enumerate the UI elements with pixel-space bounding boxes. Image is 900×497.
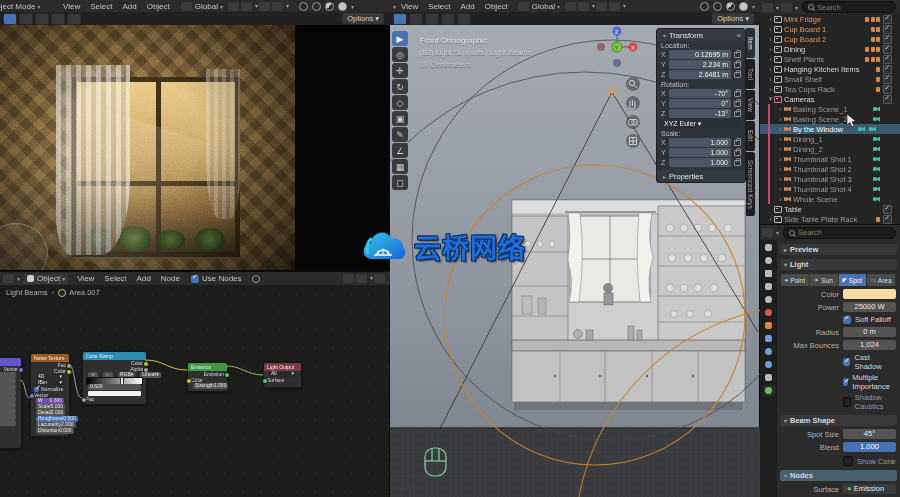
header-icon[interactable] (356, 274, 367, 283)
outliner-item-label[interactable]: Shelf Plants (784, 55, 824, 64)
outliner-item-label[interactable]: Thumbnail Shot 3 (793, 175, 852, 184)
transform-value-field[interactable]: 2.6481 m (669, 70, 731, 79)
outliner-row[interactable]: ▾Cameras (760, 94, 900, 104)
outliner-item-label[interactable]: Cup Board 2 (784, 35, 826, 44)
camera-data-icon[interactable] (873, 197, 880, 202)
sidebar-tab-tool[interactable]: Tool (746, 59, 755, 89)
header-icon[interactable] (609, 2, 620, 11)
orientation-dropdown[interactable]: Global (195, 2, 218, 11)
menu-add[interactable]: Add (455, 2, 479, 11)
properties-tab-constraints[interactable] (763, 372, 775, 383)
menu-select[interactable]: Select (423, 2, 455, 11)
disclosure-arrow[interactable]: › (767, 26, 774, 33)
sidebar-tab-screencast-keys[interactable]: Screencast Keys (746, 152, 755, 216)
blend-slider[interactable]: 1.000 (843, 442, 896, 452)
disclosure-arrow[interactable]: › (777, 176, 784, 183)
camera-data-icon[interactable] (873, 117, 880, 122)
camera-data-icon[interactable] (873, 147, 880, 152)
selectmode-set-icon[interactable] (393, 13, 407, 25)
header-icon[interactable] (241, 2, 252, 11)
outliner-item-label[interactable]: By the Window (793, 125, 843, 134)
tool-add-cube[interactable]: ▦ (392, 159, 408, 174)
camera-data-icon[interactable] (873, 177, 880, 182)
sidebar-tab-edit[interactable]: Edit (746, 121, 755, 151)
disclosure-arrow[interactable]: › (777, 146, 784, 153)
multiple-importance-checkbox[interactable] (843, 378, 848, 386)
collection-checkbox[interactable] (883, 75, 892, 84)
header-icon[interactable] (272, 2, 283, 11)
disclosure-arrow[interactable]: › (777, 186, 784, 193)
transform-value-field[interactable]: 2.234 m (669, 60, 731, 69)
tool-annotate[interactable]: ✎ (392, 127, 408, 142)
outliner-row[interactable]: ›Cup Board 1 (760, 24, 900, 34)
transform-value-field[interactable]: 1.000 (669, 138, 731, 147)
outliner-display-mode-icon[interactable] (762, 3, 773, 12)
outliner-row[interactable]: ›Dining_2 (760, 144, 900, 154)
outliner-item-label[interactable]: Thumbnail Shot 2 (793, 165, 852, 174)
beam-shape-panel-header[interactable]: ▾Beam Shape (780, 415, 897, 426)
header-icon[interactable] (343, 274, 354, 283)
transform-value-field[interactable]: -70° (669, 89, 731, 98)
collection-checkbox[interactable] (883, 15, 892, 24)
pin-icon[interactable] (252, 275, 260, 283)
selectmode-set-icon[interactable] (3, 13, 17, 25)
nodes-panel-header[interactable]: ▾Nodes (780, 470, 897, 481)
tool-measure[interactable]: ∠ (392, 143, 408, 158)
menu-select[interactable]: Select (99, 274, 131, 283)
outliner-row[interactable]: ›Mini Fridge (760, 14, 900, 24)
outliner-row[interactable]: ›Thumbnail Shot 4 (760, 184, 900, 194)
selectmode-invert-icon[interactable] (51, 13, 65, 25)
outliner-item-label[interactable]: Whole Scene (793, 195, 838, 204)
selectmode-invert-icon[interactable] (441, 13, 455, 25)
max-bounces-field[interactable]: 1,024 (843, 340, 896, 350)
outliner-row[interactable]: ›Dining_1 (760, 134, 900, 144)
lock-icon[interactable] (734, 160, 741, 166)
spot-size-field[interactable]: 45° (843, 429, 896, 439)
disclosure-arrow[interactable]: › (777, 196, 784, 203)
transform-value-field[interactable]: 1.000 (669, 148, 731, 157)
tool-cursor[interactable]: ◎ (392, 47, 408, 62)
disclosure-arrow[interactable]: ▾ (767, 95, 774, 103)
light-color-swatch[interactable] (843, 289, 896, 299)
collection-checkbox[interactable] (883, 85, 892, 94)
light-type-point[interactable]: ●Point (781, 274, 810, 286)
selectmode-extend-icon[interactable] (19, 13, 33, 25)
outliner-item-label[interactable]: Baking Scene_2 (793, 115, 848, 124)
light-type-sun[interactable]: ☀Sun (810, 274, 839, 286)
collection-checkbox[interactable] (883, 55, 892, 64)
outliner-row[interactable]: ›Side Table Plate Rack (760, 214, 900, 224)
lock-icon[interactable] (734, 140, 741, 146)
outliner-row[interactable]: Table (760, 204, 900, 214)
collection-checkbox[interactable] (883, 95, 892, 104)
power-field[interactable]: 25000 W (843, 302, 896, 312)
use-nodes-checkbox[interactable] (191, 275, 199, 283)
camera-data-icon[interactable] (873, 107, 880, 112)
rotation-mode-dropdown[interactable]: XYZ Euler ▾ (661, 119, 741, 128)
cast-shadow-checkbox[interactable] (843, 358, 850, 366)
header-icon[interactable] (565, 2, 576, 11)
header-icon[interactable] (228, 2, 239, 11)
menu-node[interactable]: Node (156, 274, 185, 283)
lock-icon[interactable] (734, 150, 741, 156)
disclosure-arrow[interactable]: › (777, 136, 784, 143)
disclosure-arrow[interactable]: › (767, 216, 774, 223)
properties-tab-physics[interactable] (763, 359, 775, 370)
selectmode-subtract-icon[interactable] (425, 13, 439, 25)
editor-type-icon[interactable] (3, 274, 14, 283)
disclosure-arrow[interactable]: › (767, 56, 774, 63)
properties-tab-particles[interactable] (763, 346, 775, 357)
properties-tab-world[interactable] (763, 307, 775, 318)
menu-add[interactable]: Add (117, 2, 141, 11)
outliner-row[interactable]: ›Cup Board 2 (760, 34, 900, 44)
outliner-row[interactable]: ›By the Window (760, 124, 900, 134)
menu-add[interactable]: Add (132, 274, 156, 283)
light-panel-header[interactable]: ▾Light (780, 259, 897, 270)
tool-select-box[interactable]: ▶ (392, 31, 408, 46)
light-type-spot[interactable]: ◤Spot (839, 274, 868, 286)
properties-tab-output[interactable] (763, 268, 775, 279)
sidebar-tab-item[interactable]: Item (746, 28, 755, 58)
outliner-row[interactable]: ›Dining (760, 44, 900, 54)
tool-transform[interactable]: ▣ (392, 111, 408, 126)
shading-solid-icon[interactable] (713, 2, 722, 11)
camera-data-icon[interactable] (873, 167, 880, 172)
